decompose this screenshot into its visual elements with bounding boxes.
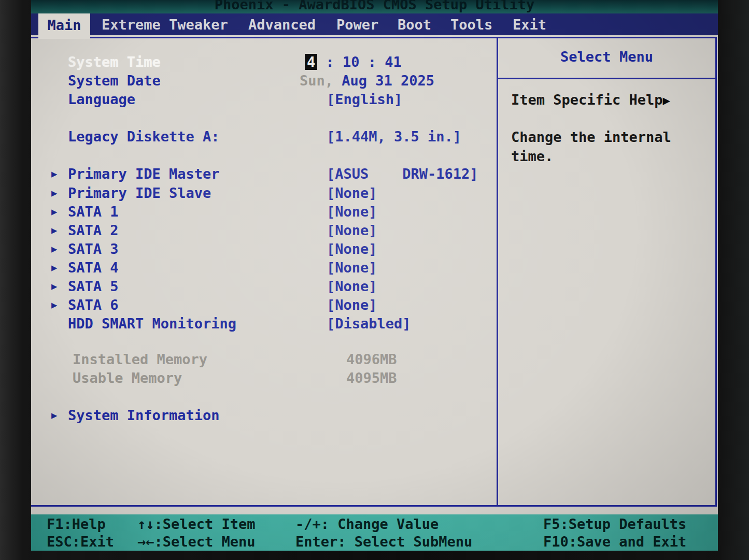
row-sata-6[interactable]: ▶ SATA 6 [None]: [31, 297, 65, 313]
submenu-arrow-icon: ▶: [51, 224, 57, 236]
hint-change-value: -/+: Change Value: [295, 516, 439, 532]
window-title: Phoenix - AwardBIOS CMOS Setup Utility: [31, 0, 718, 12]
item-help-heading: Item Specific Help▶: [511, 92, 670, 108]
submenu-arrow-icon: ▶: [51, 187, 57, 198]
row-system-date[interactable]: System Date Sun, Aug 31 2025: [31, 73, 65, 89]
system-date-value[interactable]: Sun, Aug 31 2025: [300, 73, 434, 89]
help-body-line2: time.: [511, 148, 553, 164]
submenu-arrow-icon: ▶: [51, 168, 57, 179]
legacy-diskette-label: Legacy Diskette A:: [68, 128, 220, 145]
submenu-arrow-icon: ▶: [51, 243, 57, 254]
row-language[interactable]: Language [English]: [31, 91, 65, 108]
submenu-arrow-icon: ▶: [51, 206, 57, 217]
usable-memory-label: Usable Memory: [73, 370, 182, 386]
item-help-heading-text: Item Specific Help: [511, 92, 663, 108]
time-rest: : 10 : 41: [317, 54, 402, 70]
row-system-information[interactable]: ▶ System Information: [31, 407, 65, 424]
row-legacy-diskette[interactable]: Legacy Diskette A: [1.44M, 3.5 in.]: [31, 128, 65, 145]
hint-enter-submenu: Enter: Select SubMenu: [295, 534, 472, 550]
submenu-arrow-icon: ▶: [51, 262, 57, 273]
select-menu-box: Select Menu: [498, 38, 715, 79]
row-sata-3[interactable]: ▶ SATA 3 [None]: [31, 241, 65, 257]
tab-power[interactable]: Power: [336, 13, 378, 35]
sata-1-value: [None]: [327, 204, 377, 220]
key-hints-bar: F1:Help ↑↓:Select Item -/+: Change Value…: [31, 514, 718, 551]
sata-5-value: [None]: [327, 278, 377, 294]
primary-ide-master-value: [ASUS DRW-1612]: [327, 166, 478, 182]
row-primary-ide-slave[interactable]: ▶ Primary IDE Slave [None]: [31, 185, 65, 202]
language-value[interactable]: [English]: [327, 91, 402, 107]
row-system-time[interactable]: System Time 4 : 10 : 41: [31, 54, 65, 70]
row-sata-4[interactable]: ▶ SATA 4 [None]: [31, 260, 65, 276]
tab-exit[interactable]: Exit: [513, 13, 546, 35]
tab-tools[interactable]: Tools: [450, 13, 492, 35]
submenu-arrow-icon: ▶: [51, 280, 57, 292]
sata-2-label: SATA 2: [68, 222, 119, 238]
row-hdd-smart[interactable]: HDD SMART Monitoring [Disabled]: [31, 315, 65, 332]
sata-3-label: SATA 3: [68, 241, 119, 257]
item-help-panel: Item Specific Help▶ Change the internal …: [498, 79, 715, 504]
time-hour-field[interactable]: 4: [305, 54, 317, 70]
sata-4-value: [None]: [327, 260, 377, 276]
legacy-diskette-value[interactable]: [1.44M, 3.5 in.]: [327, 128, 461, 145]
sata-2-value: [None]: [327, 222, 377, 238]
primary-ide-master-label: Primary IDE Master: [68, 166, 220, 182]
title-band: Phoenix - AwardBIOS CMOS Setup Utility: [31, 0, 718, 13]
bios-screen: Phoenix - AwardBIOS CMOS Setup Utility E…: [31, 0, 718, 551]
hint-select-menu: →←:Select Menu: [137, 534, 256, 550]
system-time-label: System Time: [68, 54, 161, 70]
row-sata-5[interactable]: ▶ SATA 5 [None]: [31, 278, 65, 295]
primary-ide-slave-value: [None]: [327, 185, 377, 201]
hint-f1-help: F1:Help: [47, 516, 106, 532]
tab-boot[interactable]: Boot: [398, 13, 431, 35]
system-information-label: System Information: [68, 407, 220, 423]
installed-memory-label: Installed Memory: [73, 351, 207, 367]
system-date-label: System Date: [68, 73, 161, 89]
sata-3-value: [None]: [327, 241, 377, 257]
tab-advanced[interactable]: Advanced: [248, 13, 316, 35]
submenu-arrow-icon: ▶: [51, 299, 57, 310]
system-time-value[interactable]: 4 : 10 : 41: [307, 54, 402, 70]
hdd-smart-label: HDD SMART Monitoring: [68, 315, 236, 332]
primary-ide-slave-label: Primary IDE Slave: [68, 185, 211, 201]
hint-f5-setup-defaults: F5:Setup Defaults: [543, 516, 686, 532]
hint-select-item: ↑↓:Select Item: [137, 516, 256, 532]
installed-memory-value: 4096MB: [346, 351, 397, 367]
tab-extreme-tweaker[interactable]: Extreme Tweaker: [102, 13, 228, 35]
submenu-arrow-icon: ▶: [51, 409, 57, 421]
language-label: Language: [68, 91, 135, 107]
sata-1-label: SATA 1: [68, 204, 119, 220]
hdd-smart-value[interactable]: [Disabled]: [327, 315, 411, 332]
row-usable-memory: Usable Memory 4095MB: [31, 370, 65, 386]
sata-6-label: SATA 6: [68, 297, 119, 313]
row-installed-memory: Installed Memory 4096MB: [31, 351, 65, 368]
row-sata-2[interactable]: ▶ SATA 2 [None]: [31, 222, 65, 239]
menu-bar: Extreme Tweaker Advanced Power Boot Tool…: [31, 13, 718, 35]
help-more-arrow-icon: ▶: [663, 93, 670, 108]
row-sata-1[interactable]: ▶ SATA 1 [None]: [31, 204, 65, 220]
usable-memory-value: 4095MB: [346, 370, 397, 386]
row-primary-ide-master[interactable]: ▶ Primary IDE Master [ASUS DRW-1612]: [31, 166, 65, 182]
hint-esc-exit: ESC:Exit: [47, 534, 114, 550]
sata-4-label: SATA 4: [68, 260, 119, 276]
sata-6-value: [None]: [327, 297, 377, 313]
date-rest: Aug 31 2025: [333, 73, 434, 89]
date-weekday: Sun,: [300, 73, 333, 89]
hint-f10-save-exit: F10:Save and Exit: [543, 534, 686, 550]
sata-5-label: SATA 5: [68, 278, 119, 294]
tab-main[interactable]: Main: [38, 13, 90, 39]
select-menu-title: Select Menu: [498, 49, 715, 65]
help-body-line1: Change the internal: [511, 129, 671, 145]
